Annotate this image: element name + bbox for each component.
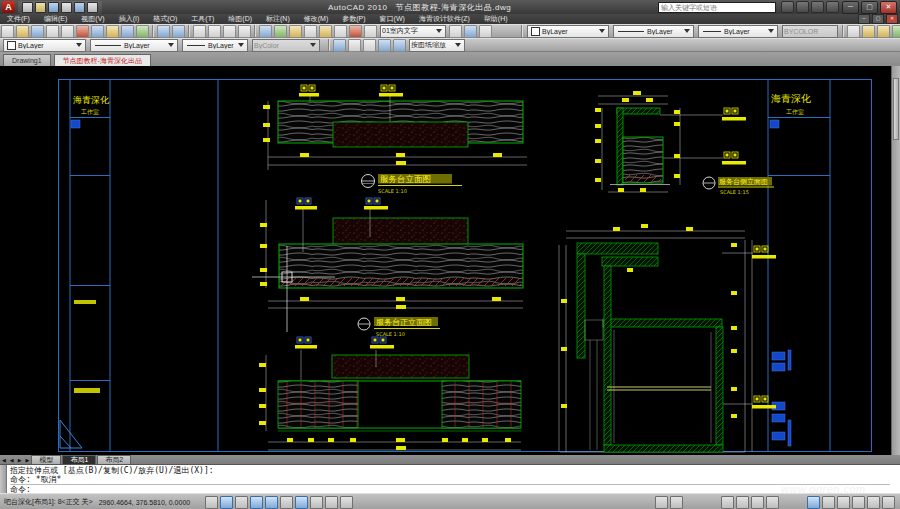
zoom-icon[interactable] [736,496,749,509]
menu-file[interactable]: 文件(F) [0,14,37,24]
tab-last-icon[interactable]: ▶ [24,457,32,463]
lightbulb-off-icon[interactable] [334,25,347,38]
layout-space-icon[interactable] [670,496,683,509]
redo-icon[interactable] [87,2,98,13]
undo-icon[interactable] [157,25,170,38]
designcenter-icon[interactable] [274,25,287,38]
layer-off-icon[interactable] [877,25,890,38]
menu-window[interactable]: 窗口(W) [373,14,412,24]
zoom-realtime-icon[interactable] [208,25,221,38]
search-input[interactable] [658,2,776,13]
color-combo[interactable]: ByLayer [527,25,609,38]
vp-object-icon[interactable] [378,39,391,52]
new-icon[interactable] [1,25,14,38]
drawing-canvas[interactable]: 海青深化 工作室 海青深化 工作室 [0,66,900,455]
menu-format[interactable]: 格式(O) [146,14,184,24]
tab-model[interactable]: 模型 [31,455,61,464]
doc-tab-drawing1[interactable]: Drawing1 [3,54,51,66]
properties-palette-icon[interactable] [259,25,272,38]
paste-icon[interactable] [106,25,119,38]
snap-toggle-icon[interactable] [205,496,218,509]
lineweight-combo[interactable]: ByLayer [698,25,778,38]
doc-close-button[interactable]: ✕ [886,14,898,24]
doc-tab-current[interactable]: 节点图教程-海青深化出品 [54,54,151,66]
plot-style-combo[interactable]: BYCOLOR [782,25,838,38]
tool-palettes-icon[interactable] [289,25,302,38]
coordinates-readout[interactable]: 2960.4664, 376.5810, 0.0000 [99,499,190,506]
ducs-toggle-icon[interactable] [295,496,308,509]
tab-first-icon[interactable]: ◀ [0,457,8,463]
open-icon[interactable] [35,2,46,13]
match-properties-icon[interactable] [121,25,134,38]
text-edit-icon[interactable] [479,25,492,38]
grid-toggle-icon[interactable] [220,496,233,509]
sheetset-manager-icon[interactable] [304,25,317,38]
fullscreen-icon[interactable] [882,496,895,509]
viewport-scale-combo[interactable]: 按图纸缩放 [409,39,465,52]
minimize-button[interactable]: ─ [842,1,859,14]
plot-icon[interactable] [61,2,72,13]
cut-icon[interactable] [76,25,89,38]
tab-prev-icon[interactable]: ◀ [8,457,16,463]
ortho-toggle-icon[interactable] [235,496,248,509]
tab-next-icon[interactable]: ▶ [16,457,24,463]
tab-layout1[interactable]: 布局1 [62,455,96,464]
menu-modify[interactable]: 修改(M) [297,14,336,24]
vp-clip-icon[interactable] [333,39,346,52]
undo-icon[interactable] [74,2,85,13]
toolbar-lock-icon[interactable] [867,496,880,509]
steering-wheel-icon[interactable] [751,496,764,509]
toolbar-lock-icon[interactable] [847,25,860,38]
vp-single-icon[interactable] [348,39,361,52]
favorites-icon[interactable] [811,1,824,13]
menu-draw[interactable]: 绘图(D) [221,14,259,24]
text-mtext-icon[interactable] [464,25,477,38]
show-motion-icon[interactable] [766,496,779,509]
plot-preview-icon[interactable] [61,25,74,38]
layer-on-icon[interactable] [862,25,875,38]
menu-parametric[interactable]: 参数(P) [335,14,372,24]
quickproperties-toggle-icon[interactable] [340,496,353,509]
annotation-visibility-icon[interactable] [822,496,835,509]
autocad-logo-icon[interactable]: A [2,1,15,13]
search-icon[interactable] [781,1,794,13]
layer-color-icon[interactable] [892,25,900,38]
osnap-toggle-icon[interactable] [265,496,278,509]
doc-minimize-button[interactable]: ─ [858,14,870,24]
annotation-scale-icon[interactable] [807,496,820,509]
block-editor-icon[interactable] [136,25,149,38]
menu-haiqing-design[interactable]: 海青设计软件(Z) [412,14,477,24]
text-style-combo[interactable]: 01室内文字 [380,25,446,38]
lineweight-toggle-icon[interactable] [325,496,338,509]
menu-edit[interactable]: 编辑(E) [37,14,74,24]
plot-icon[interactable] [46,25,59,38]
linetype-combo-2[interactable]: ByLayer [90,39,178,52]
copy-icon[interactable] [91,25,104,38]
pan-icon[interactable] [721,496,734,509]
menu-view[interactable]: 视图(V) [74,14,111,24]
doc-restore-button[interactable]: ▢ [872,14,884,24]
vp-lock-icon[interactable] [393,39,406,52]
drawing-area[interactable]: 海青深化 工作室 海青深化 工作室 [0,66,900,455]
color-combo-2[interactable]: ByLayer [3,39,86,52]
save-icon[interactable] [31,25,44,38]
communication-center-icon[interactable] [796,1,809,13]
workspace-gear-icon[interactable] [852,496,865,509]
redo-icon[interactable] [172,25,185,38]
menu-dimension[interactable]: 标注(N) [259,14,297,24]
maximize-button[interactable]: ▢ [861,1,878,14]
vp-polygonal-icon[interactable] [363,39,376,52]
text-single-icon[interactable] [449,25,462,38]
zoom-window-icon[interactable] [223,25,236,38]
command-line-panel[interactable]: 指定拉伸点或 [基点(B)/复制(C)/放弃(U)/退出(X)]:命令: *取消… [0,464,900,493]
vertical-scrollbar[interactable] [891,66,900,455]
zoom-previous-icon[interactable] [238,25,251,38]
lightbulb-on-icon[interactable] [319,25,332,38]
scrollbar-thumb[interactable] [893,78,899,140]
otrack-toggle-icon[interactable] [280,496,293,509]
markup-manager-icon[interactable] [349,25,362,38]
save-icon[interactable] [48,2,59,13]
help-icon[interactable] [826,1,839,13]
command-grip[interactable] [0,465,7,494]
menu-help[interactable]: 帮助(H) [477,14,515,24]
